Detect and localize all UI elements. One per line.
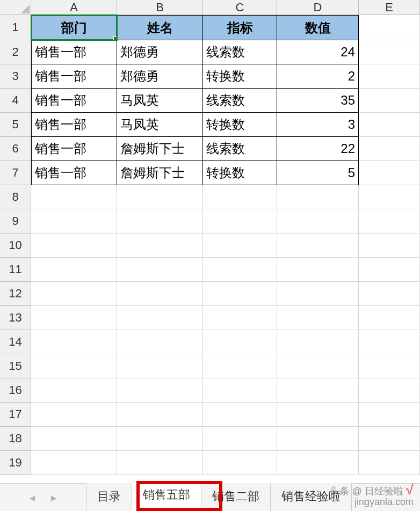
row-header-16[interactable]: 16 [0,378,31,403]
cell-D5[interactable]: 3 [277,113,359,137]
cell-E12[interactable] [359,282,420,306]
row-header-7[interactable]: 7 [0,161,31,185]
cell-A7[interactable]: 销售一部 [31,161,117,185]
col-header-B[interactable]: B [117,0,203,15]
cell-D18[interactable] [277,427,359,451]
row-header-11[interactable]: 11 [0,258,31,282]
tab-sales-5[interactable]: 销售五部 [132,481,201,511]
cell-D12[interactable] [277,282,359,306]
row-header-17[interactable]: 17 [0,403,31,427]
select-all-corner[interactable] [0,0,31,15]
row-header-3[interactable]: 3 [0,64,31,89]
row-header-10[interactable]: 10 [0,233,31,258]
cell-C8[interactable] [203,185,277,209]
cell-B12[interactable] [117,282,203,306]
cell-D9[interactable] [277,209,359,233]
row-header-6[interactable]: 6 [0,137,31,161]
cell-E15[interactable] [359,354,420,378]
cell-E1[interactable] [359,15,420,40]
cell-C15[interactable] [203,354,277,378]
cell-A11[interactable] [31,258,117,282]
cell-B19[interactable] [117,451,203,475]
cell-B17[interactable] [117,403,203,427]
cell-B4[interactable]: 马凤英 [117,89,203,113]
cell-B7[interactable]: 詹姆斯下士 [117,161,203,185]
cell-E6[interactable] [359,137,420,161]
cell-E9[interactable] [359,209,420,233]
cell-E11[interactable] [359,258,420,282]
col-header-E[interactable]: E [359,0,420,15]
cell-C5[interactable]: 转换数 [203,113,277,137]
cell-B15[interactable] [117,354,203,378]
cell-A10[interactable] [31,233,117,258]
cell-C19[interactable] [203,451,277,475]
row-header-14[interactable]: 14 [0,330,31,354]
cell-B2[interactable]: 郑德勇 [117,40,203,64]
cell-E16[interactable] [359,378,420,403]
cell-C13[interactable] [203,306,277,330]
cell-D4[interactable]: 35 [277,89,359,113]
cell-A8[interactable] [31,185,117,209]
cell-D16[interactable] [277,378,359,403]
cell-D17[interactable] [277,403,359,427]
tab-toc[interactable]: 目录 [86,483,132,511]
cell-C10[interactable] [203,233,277,258]
cell-D1[interactable]: 数值 [277,15,359,40]
cell-E8[interactable] [359,185,420,209]
cell-B1[interactable]: 姓名 [117,15,203,40]
cell-B13[interactable] [117,306,203,330]
cell-C1[interactable]: 指标 [203,15,277,40]
nav-prev-icon[interactable]: ▸ [51,491,56,504]
cell-D8[interactable] [277,185,359,209]
cell-A17[interactable] [31,403,117,427]
row-header-1[interactable]: 1 [0,15,31,40]
cell-C6[interactable]: 线索数 [203,137,277,161]
nav-first-icon[interactable]: ◂ [30,491,35,504]
cell-E7[interactable] [359,161,420,185]
cell-A15[interactable] [31,354,117,378]
cell-B9[interactable] [117,209,203,233]
cell-A18[interactable] [31,427,117,451]
row-header-15[interactable]: 15 [0,354,31,378]
row-header-4[interactable]: 4 [0,89,31,113]
cell-B11[interactable] [117,258,203,282]
cell-D2[interactable]: 24 [277,40,359,64]
row-header-19[interactable]: 19 [0,451,31,475]
row-header-13[interactable]: 13 [0,306,31,330]
cell-D11[interactable] [277,258,359,282]
cell-A14[interactable] [31,330,117,354]
cell-E19[interactable] [359,451,420,475]
cell-D19[interactable] [277,451,359,475]
col-header-C[interactable]: C [203,0,277,15]
cell-A6[interactable]: 销售一部 [31,137,117,161]
cell-D3[interactable]: 2 [277,64,359,89]
cell-C4[interactable]: 线索数 [203,89,277,113]
cell-C11[interactable] [203,258,277,282]
cell-B3[interactable]: 郑德勇 [117,64,203,89]
cell-A9[interactable] [31,209,117,233]
col-header-D[interactable]: D [277,0,359,15]
cell-C9[interactable] [203,209,277,233]
cell-B14[interactable] [117,330,203,354]
cell-B5[interactable]: 马凤英 [117,113,203,137]
cell-D6[interactable]: 22 [277,137,359,161]
row-header-9[interactable]: 9 [0,209,31,233]
cell-A2[interactable]: 销售一部 [31,40,117,64]
cell-E2[interactable] [359,40,420,64]
cell-E17[interactable] [359,403,420,427]
cell-E18[interactable] [359,427,420,451]
row-header-18[interactable]: 18 [0,427,31,451]
cell-D10[interactable] [277,233,359,258]
cell-E4[interactable] [359,89,420,113]
cell-D14[interactable] [277,330,359,354]
cell-B16[interactable] [117,378,203,403]
cell-C3[interactable]: 转换数 [203,64,277,89]
cell-A5[interactable]: 销售一部 [31,113,117,137]
col-header-A[interactable]: A [31,0,117,15]
cell-C18[interactable] [203,427,277,451]
cell-A12[interactable] [31,282,117,306]
cell-E10[interactable] [359,233,420,258]
cell-B10[interactable] [117,233,203,258]
cell-C2[interactable]: 线索数 [203,40,277,64]
tab-sales-x[interactable]: 销售经验啦 [271,483,352,511]
